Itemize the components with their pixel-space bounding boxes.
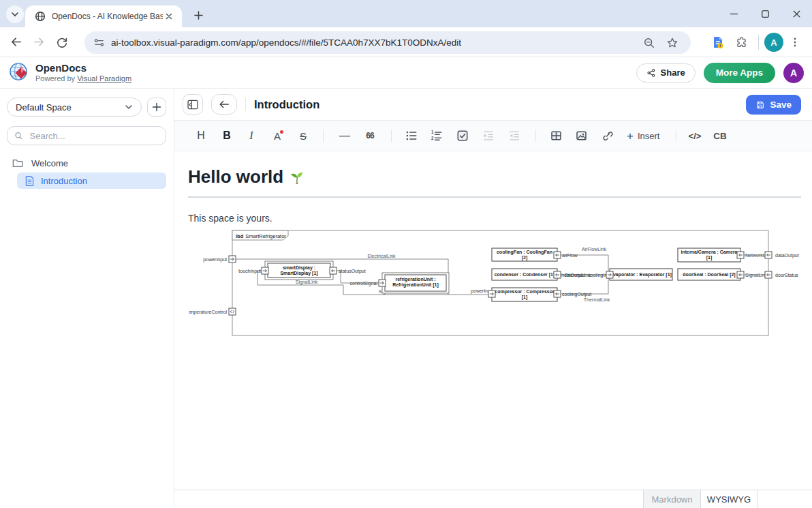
more-apps-button[interactable]: More Apps: [704, 63, 775, 83]
extensions-button[interactable]: [730, 31, 753, 54]
horizontal-rule-button[interactable]: —: [334, 125, 356, 146]
toggle-sidebar-button[interactable]: [183, 94, 203, 115]
tab-close-icon[interactable]: [163, 10, 175, 23]
back-arrow-icon: [219, 100, 230, 109]
color-dot: [280, 130, 283, 134]
editor-area[interactable]: Hello world This space is yours. ibdSmar…: [174, 151, 812, 490]
space-selector[interactable]: Default Space: [7, 98, 142, 117]
puzzle-icon: [735, 36, 748, 49]
svg-text:condenser : Condenser [1]: condenser : Condenser [1]: [495, 272, 555, 278]
frame-label: ibdSmartRefrigerator: [236, 233, 286, 239]
bullet-list-icon: [405, 130, 418, 142]
frame-port-temperaturecontrol: temperatureControl: [189, 308, 236, 315]
svg-text:2: 2: [431, 136, 434, 140]
sidebar-item-welcome[interactable]: Welcome: [7, 155, 166, 170]
indent-icon: [482, 130, 495, 142]
share-button[interactable]: Share: [636, 63, 696, 83]
ordered-list-icon: 1 2: [431, 130, 443, 142]
svg-text:doorSeal : DoorSeal [2]: doorSeal : DoorSeal [2]: [683, 272, 735, 278]
table-button[interactable]: [545, 125, 567, 146]
document-header: Introduction Save: [174, 89, 812, 121]
docs-offline-button[interactable]: [706, 31, 730, 54]
image-icon: [575, 130, 588, 142]
sidebar-item-introduction[interactable]: Introduction: [17, 173, 166, 189]
svg-text:smartDisplay :: smartDisplay :: [283, 265, 315, 271]
frame-port-dataoutput: dataOutput: [765, 252, 799, 258]
back-to-list-button[interactable]: [211, 94, 237, 115]
new-tab-button[interactable]: [189, 6, 207, 24]
svg-text:RefrigerationUnit [1]: RefrigerationUnit [1]: [392, 282, 439, 288]
frame-port-doorstatus: doorStatus: [765, 271, 798, 278]
editor-toolbar: H B I A S — 66 1 2: [174, 121, 812, 151]
forward-button[interactable]: [27, 31, 50, 54]
save-button[interactable]: Save: [746, 95, 801, 115]
svg-text:coolingFan : CoolingFan: coolingFan : CoolingFan: [497, 250, 552, 255]
ibd-smart-refrigerator: ibdSmartRefrigerator ElectricalLink Sign…: [189, 226, 802, 340]
search-input[interactable]: [29, 130, 159, 142]
visual-paradigm-link[interactable]: Visual Paradigm: [77, 74, 131, 83]
close-window-button[interactable]: [781, 0, 812, 27]
tab-markdown[interactable]: Markdown: [643, 490, 700, 508]
app-name: OpenDocs: [35, 63, 131, 74]
link-button[interactable]: [597, 125, 619, 146]
task-list-button[interactable]: [452, 125, 473, 146]
italic-button[interactable]: I: [240, 125, 262, 146]
inline-code-button[interactable]: </>: [684, 125, 706, 146]
browser-tab-strip: OpenDocs - AI Knowledge Base: [0, 0, 812, 27]
divider: [391, 130, 392, 142]
document-paragraph: This space is yours.: [188, 213, 272, 224]
svg-text:statusOutput: statusOutput: [339, 269, 366, 274]
bold-button[interactable]: B: [216, 125, 238, 146]
tab-title: OpenDocs - AI Knowledge Base: [52, 12, 163, 21]
text-color-button[interactable]: A: [266, 125, 288, 146]
browser-profile-avatar[interactable]: A: [764, 33, 783, 52]
add-space-button[interactable]: [147, 98, 166, 117]
zoom-out-icon: [643, 37, 655, 49]
bookmark-button[interactable]: [661, 31, 684, 55]
reload-button[interactable]: [50, 31, 74, 54]
maximize-button[interactable]: [749, 0, 781, 27]
browser-tab[interactable]: OpenDocs - AI Knowledge Base: [25, 5, 182, 27]
table-icon: [550, 130, 563, 142]
close-icon: [793, 10, 800, 18]
zoom-button[interactable]: [638, 31, 661, 55]
tab-search-button[interactable]: [6, 5, 24, 23]
outdent-button[interactable]: [503, 125, 525, 146]
document-icon: [25, 176, 34, 186]
user-avatar[interactable]: A: [783, 63, 804, 83]
browser-menu-button[interactable]: [783, 31, 807, 54]
url-bar[interactable]: ai-toolbox.visual-paradigm.com/app/opend…: [84, 31, 691, 54]
diagram-block-coolingfan: coolingFan : CoolingFan [2] airFlow: [492, 248, 578, 261]
strikethrough-button[interactable]: S: [292, 125, 314, 146]
seedling-emoji: [289, 169, 305, 185]
svg-text:[1]: [1]: [522, 295, 528, 300]
image-button[interactable]: [570, 125, 592, 146]
frame-port-powerinput: powerInput: [203, 256, 236, 263]
code-block-button[interactable]: CB: [709, 125, 731, 146]
ordered-list-button[interactable]: 1 2: [426, 125, 448, 146]
share-icon: [646, 68, 656, 78]
search-box[interactable]: [7, 126, 166, 145]
kebab-menu-icon: [790, 37, 800, 48]
sysml-diagram[interactable]: ibdSmartRefrigerator ElectricalLink Sign…: [189, 226, 802, 340]
heading-button[interactable]: H: [190, 125, 212, 146]
bullet-list-button[interactable]: [401, 125, 422, 146]
svg-text:controlSignal: controlSignal: [350, 281, 378, 286]
window-controls: [718, 0, 812, 27]
svg-text:[2]: [2]: [522, 255, 528, 260]
docs-offline-icon: [711, 35, 725, 49]
reload-icon: [56, 36, 68, 48]
link-label-signal: SignalLink: [745, 273, 768, 278]
blockquote-button[interactable]: 66: [359, 125, 381, 146]
minimize-button[interactable]: [718, 0, 749, 27]
tab-wysiwyg[interactable]: WYSIWYG: [700, 490, 758, 508]
back-arrow-icon: [10, 35, 22, 48]
diagram-block-refrigerationunit: refrigerationUnit : RefrigerationUnit [1…: [350, 273, 449, 293]
insert-button[interactable]: + Insert: [627, 125, 659, 146]
plus-icon: [152, 102, 161, 112]
indent-button[interactable]: [478, 125, 499, 146]
maximize-icon: [762, 10, 769, 18]
forward-arrow-icon: [33, 35, 46, 48]
divider: [676, 130, 676, 142]
back-button[interactable]: [4, 31, 27, 54]
